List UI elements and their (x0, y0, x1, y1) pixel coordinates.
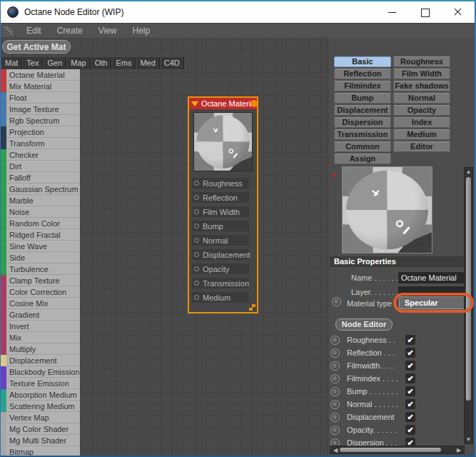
node-port-film-width[interactable]: Film Width (192, 206, 249, 217)
node-port-displacement[interactable]: Displacement (192, 249, 249, 260)
port-connector-icon[interactable] (194, 281, 199, 286)
horizontal-scrollbar[interactable]: ◀ ▶ (330, 446, 465, 454)
name-field[interactable]: Octane Material (398, 272, 472, 283)
menu-item-view[interactable]: View (91, 26, 126, 36)
palette-item-bitmap[interactable]: Bitmap (1, 446, 80, 457)
palette-item-cosine-mix[interactable]: Cosine Mix (1, 298, 80, 309)
inspector-button-roughness[interactable]: Roughness (393, 56, 450, 67)
palette-item-texture-emission[interactable]: Texture Emission (1, 378, 80, 389)
palette-item-image-texture[interactable]: Image Texture (1, 104, 80, 115)
node-output-dot-icon[interactable] (250, 100, 258, 107)
inspector-button-normal[interactable]: Normal (393, 93, 450, 104)
palette-item-gradient[interactable]: Gradient (1, 309, 80, 321)
palette-item-displacement[interactable]: Displacement (1, 355, 80, 366)
inspector-button-transmission[interactable]: Transmission (334, 129, 391, 140)
node-port-reflection[interactable]: Reflection (192, 192, 249, 203)
palette-item-vertex-map[interactable]: Vertex Map (1, 412, 80, 423)
checkbox-roughness[interactable]: ✔ (405, 335, 415, 345)
palette-item-scattering-medium[interactable]: Scattering Medium (1, 401, 80, 412)
scroll-up-icon[interactable]: ▲ (465, 169, 472, 175)
inspector-button-editor[interactable]: Editor (393, 141, 450, 152)
knob-icon[interactable] (330, 413, 340, 422)
inspector-button-bump[interactable]: Bump (334, 93, 391, 104)
tab-tex[interactable]: Tex (22, 57, 43, 69)
port-connector-icon[interactable] (194, 181, 199, 186)
port-connector-icon[interactable] (194, 252, 199, 257)
checkbox-normal[interactable]: ✔ (405, 399, 415, 409)
inspector-button-medium[interactable]: Medium (393, 129, 450, 140)
octane-material-node[interactable]: Octane Material (188, 96, 258, 313)
checkbox-filmwidth[interactable]: ✔ (405, 361, 415, 371)
inspector-button-opacity[interactable]: Opacity (393, 105, 450, 116)
palette-item-marble[interactable]: Marble (1, 195, 80, 206)
checkbox-filmindex[interactable]: ✔ (405, 373, 415, 383)
port-connector-icon[interactable] (194, 266, 199, 271)
palette-item-side[interactable]: Side (1, 252, 80, 263)
palette-item-color-correction[interactable]: Color Correction (1, 286, 80, 298)
minimize-icon[interactable] (376, 1, 409, 23)
inspector-button-fake-shadows[interactable]: Fake shadows (393, 81, 450, 91)
inspector-button-assign[interactable]: Assign (334, 154, 391, 164)
port-connector-icon[interactable] (194, 195, 199, 200)
inspector-button-dispersion[interactable]: Dispersion (334, 117, 391, 128)
inspector-button-displacement[interactable]: Displacement (334, 105, 391, 116)
palette-item-projection[interactable]: Projection (1, 126, 80, 138)
inspector-button-common[interactable]: Common (334, 141, 391, 152)
close-icon[interactable] (442, 1, 475, 23)
knob-icon[interactable] (330, 348, 340, 358)
tab-oth[interactable]: Oth (91, 57, 112, 69)
inspector-button-index[interactable]: Index (393, 117, 450, 128)
tab-c4d[interactable]: C4D (160, 57, 184, 69)
maximize-icon[interactable] (409, 1, 442, 23)
title-bar[interactable]: Octane Node Editor (WIP) (1, 1, 475, 23)
node-port-normal[interactable]: Normal (192, 235, 249, 246)
node-port-bump[interactable]: Bump (192, 221, 249, 231)
port-connector-icon[interactable] (194, 209, 199, 214)
grip-icon[interactable] (4, 26, 13, 36)
palette-item-sine-wave[interactable]: Sine Wave (1, 241, 80, 252)
tab-mat[interactable]: Mat (1, 57, 22, 69)
inspector-button-film-width[interactable]: Film Width (393, 69, 450, 79)
palette-item-checker[interactable]: Checker (1, 149, 80, 161)
get-active-mat-button[interactable]: Get Active Mat (2, 40, 71, 54)
node-port-medium[interactable]: Medium (192, 292, 249, 303)
palette-item-dirt[interactable]: Dirt (1, 161, 80, 172)
inspector-button-reflection[interactable]: Reflection (334, 69, 391, 79)
material-type-knob-icon[interactable] (332, 297, 341, 306)
palette-item-noise[interactable]: Noise (1, 206, 80, 218)
menu-item-create[interactable]: Create (50, 26, 91, 36)
node-port-roughness[interactable]: Roughness (192, 178, 249, 189)
palette-item-mg-color-shader[interactable]: Mg Color Shader (1, 423, 80, 435)
knob-icon[interactable] (330, 426, 340, 435)
checkbox-displacement[interactable]: ✔ (405, 412, 415, 422)
scroll-right-icon[interactable]: ▶ (455, 447, 462, 453)
material-type-dropdown[interactable]: Specular (399, 296, 467, 309)
tab-map[interactable]: Map (66, 57, 90, 69)
knob-icon[interactable] (330, 374, 340, 383)
collapse-triangle-icon[interactable] (191, 101, 198, 106)
knob-icon[interactable] (330, 387, 340, 396)
node-editor-button[interactable]: Node Editor (335, 318, 393, 331)
palette-item-float[interactable]: Float (1, 92, 80, 104)
menu-item-edit[interactable]: Edit (19, 26, 50, 36)
knob-icon[interactable] (330, 336, 340, 345)
expander-triangle-icon[interactable] (332, 174, 338, 178)
scroll-left-icon[interactable]: ◀ (332, 447, 339, 453)
resize-handle-icon[interactable] (249, 304, 255, 311)
inspector-button-basic[interactable]: Basic (334, 56, 391, 67)
node-port-transmission[interactable]: Transmission (192, 278, 249, 288)
knob-icon[interactable] (330, 400, 340, 409)
palette-item-mix[interactable]: Mix (1, 332, 80, 343)
vertical-scrollbar[interactable]: ▲ ▼ (464, 167, 473, 444)
node-port-opacity[interactable]: Opacity (192, 263, 249, 274)
palette-item-rgb-spectrum[interactable]: Rgb Spectrum (1, 115, 80, 126)
vertical-scroll-thumb[interactable] (466, 177, 471, 401)
tab-med[interactable]: Med (136, 57, 159, 69)
palette-item-clamp-texture[interactable]: Clamp Texture (1, 275, 80, 286)
port-connector-icon[interactable] (194, 295, 199, 300)
node-canvas[interactable]: Get Active Mat MatTexGenMapOthEmsMedC4D … (1, 38, 328, 457)
palette-item-multiply[interactable]: Multiply (1, 343, 80, 355)
menu-item-help[interactable]: Help (126, 26, 159, 36)
tab-ems[interactable]: Ems (111, 57, 136, 69)
palette-item-mix-material[interactable]: Mix Material (1, 81, 80, 92)
